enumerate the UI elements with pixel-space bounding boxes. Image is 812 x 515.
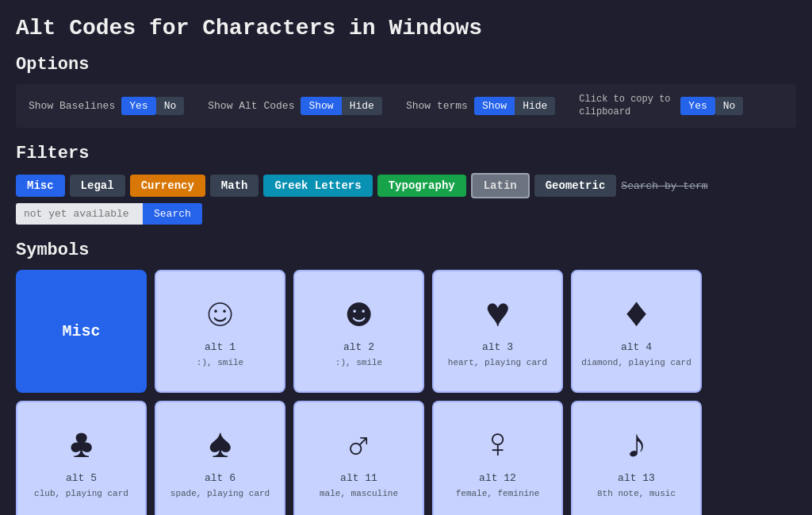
symbol-icon-alt1: ☺ bbox=[208, 295, 232, 336]
show-alt-codes-buttons: Show Hide bbox=[301, 97, 381, 115]
symbol-alt-alt12: alt 12 bbox=[479, 472, 516, 484]
options-heading: Options bbox=[16, 55, 796, 75]
symbol-alt-alt11: alt 11 bbox=[340, 472, 377, 484]
symbol-icon-alt4: ♦ bbox=[624, 295, 649, 336]
symbol-desc-alt3: heart, playing card bbox=[448, 358, 547, 367]
symbol-card-alt1[interactable]: ☺ alt 1 :), smile bbox=[155, 270, 285, 393]
symbol-desc-alt1: :), smile bbox=[197, 358, 243, 367]
options-row: Show Baselines Yes No Show Alt Codes Sho… bbox=[16, 84, 796, 128]
search-button[interactable]: Search bbox=[143, 203, 202, 225]
symbol-desc-alt12: female, feminine bbox=[456, 489, 540, 498]
copy-clipboard-group: Click to copy to clipboard Yes No bbox=[579, 94, 743, 118]
symbol-card-alt11[interactable]: ♂ alt 11 male, masculine bbox=[293, 401, 424, 515]
symbol-desc-alt5: club, playing card bbox=[34, 489, 128, 498]
show-alt-codes-show[interactable]: Show bbox=[301, 97, 341, 115]
filter-currency[interactable]: Currency bbox=[130, 175, 205, 197]
symbol-desc-alt6: spade, playing card bbox=[170, 489, 270, 498]
symbol-icon-alt3: ♥ bbox=[485, 295, 510, 336]
symbol-icon-alt12: ♀ bbox=[485, 426, 510, 467]
symbol-card-alt5[interactable]: ♣ alt 5 club, playing card bbox=[16, 401, 147, 515]
symbol-alt-alt3: alt 3 bbox=[482, 341, 513, 353]
show-terms-group: Show terms Show Hide bbox=[406, 97, 555, 115]
symbol-alt-alt5: alt 5 bbox=[66, 472, 97, 484]
show-alt-codes-group: Show Alt Codes Show Hide bbox=[208, 97, 382, 115]
symbol-alt-alt13: alt 13 bbox=[618, 472, 655, 484]
copy-clipboard-no[interactable]: No bbox=[715, 97, 744, 115]
copy-clipboard-yes[interactable]: Yes bbox=[680, 97, 714, 115]
filters-section: Filters Misc Legal Currency Math Greek L… bbox=[16, 144, 796, 225]
symbol-icon-alt2: ☻ bbox=[347, 295, 371, 336]
filter-misc[interactable]: Misc bbox=[16, 175, 65, 197]
symbol-card-alt3[interactable]: ♥ alt 3 heart, playing card bbox=[432, 270, 563, 393]
filter-geometric[interactable]: Geometric bbox=[534, 175, 617, 197]
search-group: Search bbox=[16, 203, 202, 225]
symbol-icon-alt13: ♪ bbox=[624, 426, 649, 467]
filter-math[interactable]: Math bbox=[210, 175, 259, 197]
show-baselines-yes[interactable]: Yes bbox=[121, 97, 155, 115]
show-baselines-no[interactable]: No bbox=[156, 97, 185, 115]
show-terms-buttons: Show Hide bbox=[474, 97, 555, 115]
symbol-icon-alt6: ♠ bbox=[208, 426, 232, 467]
symbol-alt-alt2: alt 2 bbox=[343, 341, 374, 353]
symbols-grid: Misc ☺ alt 1 :), smile ☻ alt 2 :), smile… bbox=[16, 270, 796, 515]
filters-heading: Filters bbox=[16, 144, 796, 163]
symbol-alt-alt6: alt 6 bbox=[205, 472, 236, 484]
symbols-heading: Symbols bbox=[16, 240, 796, 260]
symbol-card-alt4[interactable]: ♦ alt 4 diamond, playing card bbox=[571, 270, 702, 393]
show-baselines-group: Show Baselines Yes No bbox=[29, 97, 184, 115]
search-by-term-label: Search by term bbox=[621, 180, 707, 192]
search-input[interactable] bbox=[16, 203, 143, 225]
filter-typography[interactable]: Typography bbox=[377, 175, 466, 197]
show-alt-codes-label: Show Alt Codes bbox=[208, 100, 294, 112]
misc-category-label: Misc bbox=[62, 322, 100, 340]
filter-legal[interactable]: Legal bbox=[70, 175, 125, 197]
show-alt-codes-hide[interactable]: Hide bbox=[342, 97, 382, 115]
show-terms-label: Show terms bbox=[406, 100, 468, 112]
filter-latin[interactable]: Latin bbox=[471, 173, 530, 198]
symbol-icon-alt11: ♂ bbox=[347, 426, 371, 467]
options-section: Options Show Baselines Yes No Show Alt C… bbox=[16, 55, 796, 128]
show-baselines-label: Show Baselines bbox=[29, 100, 115, 112]
symbol-desc-alt4: diamond, playing card bbox=[581, 358, 691, 367]
copy-clipboard-label: Click to copy to clipboard bbox=[579, 94, 674, 118]
symbol-desc-alt2: :), smile bbox=[335, 358, 382, 367]
page-title: Alt Codes for Characters in Windows bbox=[16, 16, 796, 40]
symbol-desc-alt11: male, masculine bbox=[320, 489, 398, 498]
show-terms-show[interactable]: Show bbox=[474, 97, 515, 115]
symbols-section: Symbols Misc ☺ alt 1 :), smile ☻ alt 2 :… bbox=[16, 240, 796, 515]
symbol-card-alt13[interactable]: ♪ alt 13 8th note, music bbox=[571, 401, 702, 515]
show-terms-hide[interactable]: Hide bbox=[515, 97, 555, 115]
copy-clipboard-buttons: Yes No bbox=[680, 97, 743, 115]
symbol-alt-alt4: alt 4 bbox=[621, 341, 652, 353]
symbol-icon-alt5: ♣ bbox=[69, 426, 94, 467]
symbol-card-alt12[interactable]: ♀ alt 12 female, feminine bbox=[432, 401, 563, 515]
symbol-card-alt6[interactable]: ♠ alt 6 spade, playing card bbox=[155, 401, 285, 515]
symbol-alt-alt1: alt 1 bbox=[205, 341, 236, 353]
filters-row: Misc Legal Currency Math Greek Letters T… bbox=[16, 173, 796, 225]
symbol-card-alt2[interactable]: ☻ alt 2 :), smile bbox=[293, 270, 424, 393]
show-baselines-buttons: Yes No bbox=[121, 97, 184, 115]
symbol-desc-alt13: 8th note, music bbox=[597, 489, 676, 498]
filter-greek[interactable]: Greek Letters bbox=[263, 175, 372, 197]
symbol-card-misc-label[interactable]: Misc bbox=[16, 270, 147, 393]
